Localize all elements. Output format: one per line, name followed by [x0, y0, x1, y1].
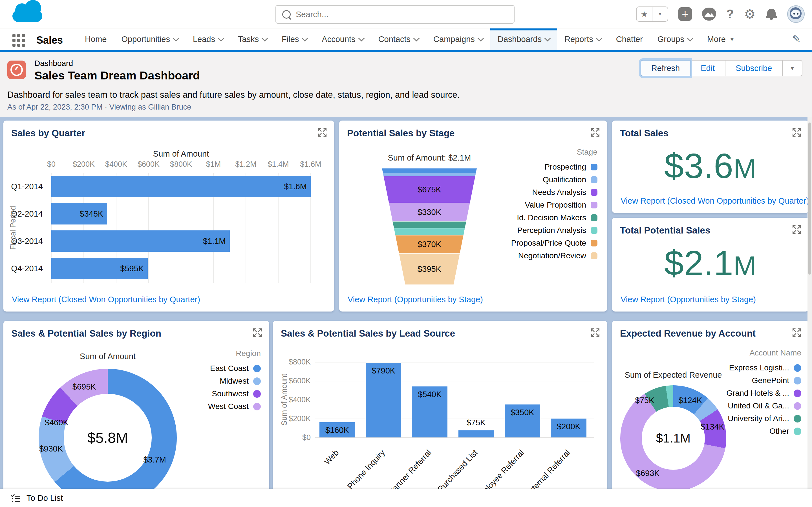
todo-list-bar[interactable]: To Do List [0, 489, 812, 507]
help-icon[interactable]: ? [726, 7, 734, 21]
user-avatar[interactable] [787, 5, 805, 23]
card-sales-by-lead-source: Sales & Potential Sales by Lead Source S… [273, 321, 607, 507]
todo-list-label: To Do List [27, 494, 63, 503]
chevron-down-icon [218, 35, 224, 42]
legend-label: University of Ari... [728, 414, 789, 423]
edit-nav-pencil-icon[interactable]: ✎ [792, 33, 801, 45]
star-icon[interactable]: ★ [637, 7, 652, 21]
tab-more[interactable]: More▼ [700, 29, 742, 50]
bar-value-label: $1.6M [284, 182, 307, 191]
legend-label: Southwest [212, 389, 249, 398]
legend-item-prospecting: Prospecting [545, 163, 598, 172]
more-actions-dropdown-icon[interactable]: ▼ [782, 60, 802, 76]
tab-reports[interactable]: Reports [557, 29, 609, 50]
tab-leads[interactable]: Leads [186, 29, 231, 50]
expand-icon[interactable] [792, 127, 802, 137]
legend-item-university-of-ari: University of Ari... [728, 414, 801, 423]
slice-label-east-coast: $3.7M [143, 455, 166, 464]
card-title: Sales & Potential Sales by Lead Source [281, 328, 455, 339]
refresh-button[interactable]: Refresh [641, 60, 691, 76]
expand-icon[interactable] [590, 328, 600, 338]
axis-tick: $1.6M [300, 160, 321, 169]
legend-label: East Coast [210, 364, 249, 373]
legend-swatch [591, 252, 598, 259]
axis-tick: $1M [206, 160, 221, 169]
legend-item-value-proposition: Value Proposition [525, 201, 598, 210]
tab-groups[interactable]: Groups [650, 29, 700, 50]
global-search[interactable] [275, 5, 515, 24]
tab-label: Groups [658, 35, 684, 44]
view-report-link[interactable]: View Report (Opportunities by Stage) [348, 295, 483, 304]
legend-label: GenePoint [752, 376, 789, 385]
tab-label: Accounts [322, 35, 355, 44]
card-total-potential-sales: Total Potential Sales $2.1M View Report … [612, 218, 809, 312]
favorites-dropdown-icon[interactable]: ▼ [652, 7, 668, 21]
y-axis-label: Fiscal Period [9, 206, 17, 250]
bar-q1-2014: $1.6M [51, 176, 311, 197]
search-input[interactable] [295, 10, 508, 19]
region-donut-chart: $5.8M $3.7M$930K$460K$695K [39, 369, 177, 507]
funnel-total-label: Sum of Amount: $2.1M [382, 153, 477, 163]
slice-label-express-logisti: $124K [678, 395, 702, 405]
slice-label-university-of-ari: $75K [635, 395, 654, 405]
tab-dashboards[interactable]: Dashboards [490, 29, 557, 50]
tab-files[interactable]: Files [274, 29, 314, 50]
edit-button[interactable]: Edit [690, 60, 725, 76]
axis-tick: $1.2M [235, 160, 256, 169]
segment-value-label: $675K [417, 185, 441, 194]
bar-purchased-list [458, 431, 494, 438]
tab-accounts[interactable]: Accounts [314, 29, 371, 50]
nav-tabs: HomeOpportunitiesLeadsTasksFilesAccounts… [78, 29, 742, 50]
tab-opportunities[interactable]: Opportunities [114, 29, 186, 50]
legend-swatch [794, 377, 801, 385]
trailhead-icon[interactable] [702, 8, 716, 20]
expand-icon[interactable] [590, 127, 600, 137]
segment-value-label: $370K [417, 240, 441, 249]
dashboard-as-of: As of Apr 22, 2023, 2:30 PM · Viewing as… [7, 103, 191, 112]
tab-label: Dashboards [498, 35, 542, 44]
legend-swatch [591, 214, 598, 221]
header-actions: ★ ▼ + ? ⚙ [636, 0, 805, 28]
gridline [315, 438, 594, 438]
legend-item-proposal-price-quote: Proposal/Price Quote [511, 238, 598, 247]
legend-swatch [794, 402, 801, 410]
tab-tasks[interactable]: Tasks [231, 29, 274, 50]
expand-icon[interactable] [252, 328, 262, 338]
global-add-icon[interactable]: + [678, 7, 692, 21]
axis-tick: $1.4M [267, 160, 289, 169]
view-report-link[interactable]: View Report (Closed Won Opportunities by… [12, 295, 200, 304]
tab-label: Leads [193, 35, 215, 44]
subscribe-button[interactable]: Subscribe [725, 60, 783, 76]
axis-tick: $400K [289, 395, 311, 404]
page-scrollbar[interactable] [808, 117, 812, 507]
view-report-link[interactable]: View Report (Closed Won Opportunities by… [620, 196, 809, 206]
setup-gear-icon[interactable]: ⚙ [744, 8, 756, 20]
tab-campaigns[interactable]: Campaigns [426, 29, 490, 50]
bar-value-label: $540K [409, 390, 450, 399]
stage-legend: Stage ProspectingQualificationNeeds Anal… [511, 148, 598, 260]
legend-swatch [253, 378, 261, 385]
legend-item-southwest: Southwest [212, 389, 261, 398]
notifications-bell-icon[interactable] [766, 8, 777, 20]
legend-title: Region [236, 349, 261, 358]
favorites-button[interactable]: ★ ▼ [636, 6, 668, 22]
tab-home[interactable]: Home [78, 29, 114, 50]
axis-title: Sum of Amount [51, 149, 311, 159]
legend-swatch [253, 365, 261, 372]
tab-chatter[interactable]: Chatter [609, 29, 650, 50]
view-report-link[interactable]: View Report (Opportunities by Stage) [620, 295, 756, 304]
expand-icon[interactable] [792, 328, 802, 338]
card-total-sales: Total Sales $3.6M View Report (Closed Wo… [612, 121, 809, 213]
app-launcher-icon[interactable] [12, 34, 25, 47]
card-sales-by-quarter: Sales by Quarter Sum of Amount $0$200K$4… [3, 121, 334, 312]
expand-icon[interactable] [792, 224, 802, 235]
legend-swatch [591, 202, 598, 209]
legend-label: United Oil & Ga... [728, 401, 789, 410]
tab-contacts[interactable]: Contacts [371, 29, 426, 50]
legend-item-negotiation-review: Negotiation/Review [518, 251, 598, 260]
donut-center: $5.8M [64, 394, 152, 482]
scrollbar-thumb[interactable] [808, 122, 811, 275]
legend-item-needs-analysis: Needs Analysis [532, 188, 598, 197]
legend-item-id-decision-makers: Id. Decision Makers [517, 213, 598, 222]
expand-icon[interactable] [317, 127, 327, 137]
